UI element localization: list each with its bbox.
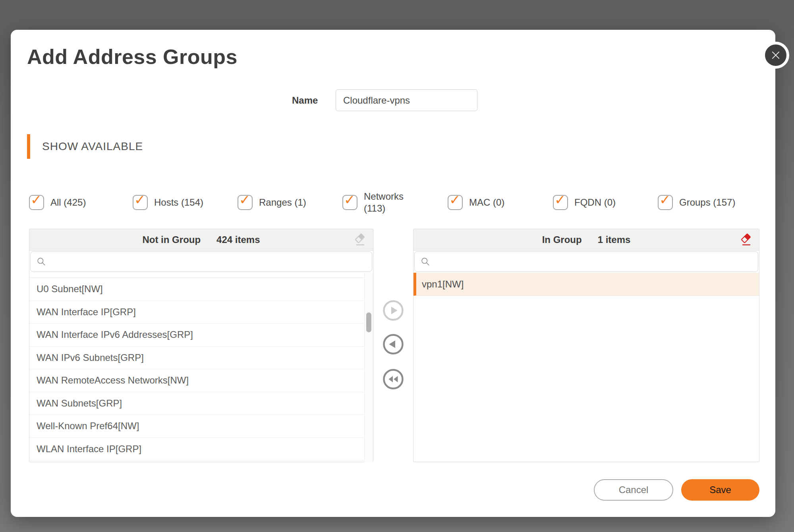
filter-checkbox-item[interactable]: ✓ Groups (157) (658, 179, 735, 226)
move-all-left-icon (383, 368, 404, 390)
move-left-icon (383, 333, 404, 355)
in-group-title: In Group (542, 234, 582, 245)
filter-checkbox-item[interactable]: ✓ Hosts (154) (133, 179, 203, 226)
list-item-label: WLAN Interface IP[GRP] (37, 443, 141, 455)
clear-in-group-button[interactable] (740, 233, 753, 246)
checkmark-icon: ✓ (239, 193, 251, 206)
checkbox-icon[interactable]: ✓ (448, 195, 463, 210)
checkmark-icon: ✓ (554, 193, 566, 206)
checkmark-icon: ✓ (134, 193, 146, 206)
not-in-group-header: Not in Group 424 items (29, 229, 373, 251)
not-in-group-count: 424 items (216, 234, 260, 245)
list-item[interactable]: WAN RemoteAccess Networks[NW] (29, 369, 364, 392)
filter-label: All (425) (50, 197, 86, 208)
filter-label: Hosts (154) (154, 197, 203, 208)
remove-all-from-group-button[interactable] (383, 368, 404, 390)
list-item-label: Well-Known Pref64[NW] (37, 420, 139, 432)
dialog-title: Add Address Groups (27, 45, 238, 69)
selected-list-item[interactable]: vpn1[NW] (413, 273, 759, 296)
move-right-icon (383, 300, 404, 321)
close-button[interactable] (762, 42, 789, 69)
list-item-label: vpn1[NW] (422, 279, 464, 290)
not-in-group-list: U0 Subnet[NW] WAN Interface IP[GRP] WAN … (29, 273, 373, 462)
save-button[interactable]: Save (681, 479, 759, 501)
move-to-group-button[interactable] (383, 300, 404, 321)
list-item-label: WAN RemoteAccess Networks[NW] (37, 375, 189, 386)
in-group-header: In Group 1 items (413, 229, 759, 251)
checkmark-icon: ✓ (659, 193, 671, 206)
filter-checkbox-item[interactable]: ✓ Ranges (1) (238, 179, 306, 226)
name-label: Name (292, 95, 321, 106)
search-icon (420, 256, 431, 267)
checkmark-icon: ✓ (344, 193, 355, 206)
scrollbar-thumb[interactable] (366, 312, 371, 332)
filter-checkbox-item[interactable]: ✓ All (425) (29, 179, 86, 226)
list-item[interactable]: WAN Interface IPv6 Addresses[GRP] (29, 324, 364, 347)
show-available-section: SHOW AVAILABLE (27, 134, 143, 159)
checkbox-icon[interactable]: ✓ (133, 195, 148, 210)
add-address-groups-dialog: Add Address Groups Name SHOW AVAILABLE ✓ (11, 30, 775, 517)
list-item[interactable]: Well-Known Pref64[NW] (29, 415, 364, 438)
checkbox-icon[interactable]: ✓ (553, 195, 568, 210)
filter-checkbox-item[interactable]: ✓ FQDN (0) (553, 179, 616, 226)
checkbox-icon[interactable]: ✓ (342, 195, 357, 210)
not-in-group-search (30, 251, 372, 272)
checkbox-icon[interactable]: ✓ (29, 195, 44, 210)
list-item-label: WAN IPv6 Subnets[GRP] (37, 352, 144, 363)
list-item[interactable]: WLAN Interface IP[GRP] (29, 438, 364, 461)
filter-label: Groups (157) (679, 197, 735, 208)
in-group-list: vpn1[NW] (413, 273, 759, 462)
filter-label: Networks (113) (364, 191, 408, 214)
eraser-icon (740, 233, 753, 246)
list-item[interactable]: WAN IPv6 Subnets[GRP] (29, 347, 364, 370)
list-item-label: U0 Subnet[NW] (37, 283, 103, 295)
section-heading-label: SHOW AVAILABLE (42, 140, 143, 153)
cancel-button[interactable]: Cancel (594, 479, 673, 501)
in-group-search-input[interactable] (431, 252, 758, 272)
in-group-count: 1 items (598, 234, 631, 245)
clear-not-in-group-button[interactable] (354, 233, 367, 246)
in-group-rows: vpn1[NW] (413, 273, 759, 296)
in-group-search (414, 251, 758, 272)
search-icon (36, 256, 46, 267)
not-in-group-title: Not in Group (142, 234, 201, 245)
filter-label: MAC (0) (469, 197, 504, 208)
screen-backdrop: Add Address Groups Name SHOW AVAILABLE ✓ (0, 0, 794, 532)
not-in-group-panel: Not in Group 424 items (29, 229, 373, 462)
scrolled-partial-row (29, 273, 364, 278)
list-item-label: WAN Interface IPv6 Addresses[GRP] (37, 329, 193, 340)
filter-label: Ranges (1) (259, 197, 306, 208)
list-item[interactable]: U0 Subnet[NW] (29, 278, 364, 301)
type-filter-row: ✓ All (425) ✓ Hosts (154) ✓ Ranges (1) (11, 179, 775, 226)
in-group-panel: In Group 1 items (413, 229, 759, 462)
checkmark-icon: ✓ (449, 193, 461, 206)
filter-checkbox-item[interactable]: ✓ MAC (0) (448, 179, 504, 226)
checkmark-icon: ✓ (31, 193, 42, 206)
list-item-label: WAN Subnets[GRP] (37, 398, 122, 409)
list-item[interactable]: WAN Interface IP[GRP] (29, 301, 364, 324)
checkbox-icon[interactable]: ✓ (658, 195, 673, 210)
list-item-label: WAN Interface IP[GRP] (37, 306, 136, 318)
section-accent-bar (27, 134, 30, 159)
list-item[interactable]: WAN Subnets[GRP] (29, 392, 364, 415)
filter-checkbox-item[interactable]: ✓ Networks (113) (342, 179, 408, 226)
scrollbar-track[interactable] (364, 273, 373, 462)
not-in-group-search-input[interactable] (46, 252, 372, 272)
checkbox-icon[interactable]: ✓ (238, 195, 253, 210)
name-field-row: Name (292, 89, 477, 111)
remove-from-group-button[interactable] (383, 333, 404, 355)
eraser-icon (354, 233, 367, 246)
not-in-group-rows: U0 Subnet[NW] WAN Interface IP[GRP] WAN … (29, 278, 373, 461)
close-icon (770, 49, 782, 61)
name-input[interactable] (336, 89, 477, 111)
filter-label: FQDN (0) (574, 197, 616, 208)
